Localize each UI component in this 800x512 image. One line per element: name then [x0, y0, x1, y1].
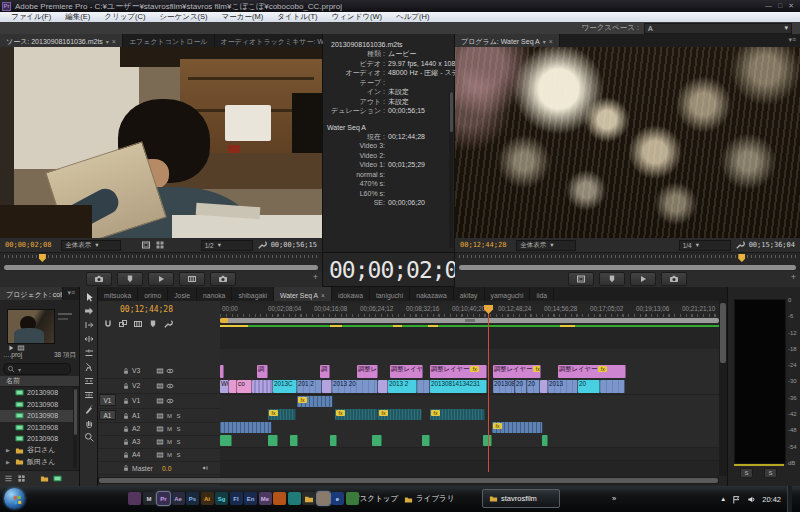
menu-item[interactable]: タイトル(T)	[270, 12, 324, 22]
menu-item[interactable]: 編集(E)	[58, 12, 97, 22]
maximize-button[interactable]: □	[778, 2, 782, 10]
timeline-clip[interactable]: 2013 20	[332, 380, 378, 393]
track-lane-a2[interactable]: fxfxfxfx	[220, 408, 719, 422]
sequence-tab[interactable]: yamaguchi	[485, 287, 531, 301]
track-lane-v2[interactable]: 調調調整レ調整レイヤー調整レイヤーfx調整レイヤーfx調整レイヤーfx	[220, 364, 719, 380]
project-item-bin[interactable]: ▶谷口さん	[0, 445, 73, 457]
timeline-clip[interactable]	[220, 365, 224, 378]
sequence-tab[interactable]: nanoka	[197, 287, 232, 301]
timeline-clip[interactable]: 20	[578, 380, 600, 393]
rate-stretch-tool[interactable]	[82, 347, 95, 358]
track-header-v1[interactable]: V1	[98, 393, 220, 409]
timeline-clip[interactable]: 調	[320, 365, 330, 378]
timeline-content[interactable]: 00;0000;02;08;0400;04;16;0800;06;24;1200…	[220, 301, 719, 486]
timeline-clip[interactable]: 調整レイヤーfx	[493, 365, 541, 378]
timeline-ruler[interactable]: 00;0000;02;08;0400;04;16;0800;06;24;1200…	[220, 304, 719, 318]
timeline-clip[interactable]	[540, 380, 548, 393]
encore-app[interactable]: En	[244, 492, 257, 505]
powerdvd-app[interactable]	[273, 492, 286, 505]
timeline-clip[interactable]	[330, 435, 337, 446]
project-preview-thumbnail[interactable]	[7, 309, 55, 344]
menu-item[interactable]: マーカー(M)	[215, 12, 271, 22]
close-button[interactable]: ✕	[788, 2, 794, 10]
taskbar-window-stavrosfilm[interactable]: stavrosfilm	[482, 489, 560, 508]
timeline-clip[interactable]	[220, 422, 272, 433]
timeline-clip[interactable]	[600, 380, 625, 393]
solo-left-button[interactable]: S	[740, 468, 753, 478]
output-settings-icon[interactable]	[155, 240, 165, 250]
solo-right-button[interactable]: S	[764, 468, 777, 478]
program-fit-dropdown[interactable]: 全体表示▾	[516, 240, 576, 251]
after-effects-app[interactable]: Ae	[172, 492, 185, 505]
work-area-bar[interactable]	[220, 317, 719, 324]
timeline-clip[interactable]: 2013C	[273, 380, 297, 393]
razor-tool[interactable]	[82, 361, 95, 372]
sequence-tab[interactable]: orimo	[138, 287, 168, 301]
sequence-tab[interactable]: taniguchi	[370, 287, 410, 301]
menu-item[interactable]: ヘルプ(H)	[389, 12, 436, 22]
timeline-clip[interactable]: fx	[378, 409, 422, 420]
timeline-clip[interactable]	[322, 380, 332, 393]
menu-item[interactable]: ウィンドウ(W)	[325, 12, 389, 22]
timeline-clip[interactable]: 2013 2	[388, 380, 417, 393]
menu-item[interactable]: ファイル(F)	[4, 12, 58, 22]
tray-expand-icon[interactable]: ▲	[720, 496, 726, 502]
timeline-clip[interactable]: fx	[297, 396, 333, 407]
desktop-toolbar[interactable]: デスクトップ	[352, 494, 398, 504]
new-bin-icon[interactable]	[40, 474, 49, 483]
button-editor-plus[interactable]: +	[313, 272, 318, 282]
timeline-clip[interactable]: 調整レイヤーfx	[430, 365, 487, 378]
program-safemargin-button[interactable]	[568, 272, 594, 286]
timeline-clip[interactable]: 2013	[548, 380, 578, 393]
timeline-clip[interactable]	[372, 435, 382, 446]
track-lane-a4[interactable]	[220, 434, 719, 448]
track-lane-a3[interactable]: fx	[220, 421, 719, 435]
source-fit-dropdown[interactable]: 全体表示▾	[61, 240, 121, 251]
track-header-v2[interactable]: V2	[98, 378, 220, 394]
timeline-clip[interactable]	[268, 435, 278, 446]
timeline-clip[interactable]	[422, 435, 430, 446]
source-patch-a1[interactable]: A1	[99, 410, 116, 420]
source-camera-button[interactable]	[86, 272, 112, 286]
sequence-tab[interactable]: shibagaki	[232, 287, 274, 301]
list-view-icon[interactable]	[4, 474, 13, 483]
project-item-bin[interactable]: ▶飯田さん	[0, 456, 73, 468]
info-scrollbar[interactable]	[449, 92, 453, 248]
timeline-clip[interactable]	[229, 380, 237, 393]
toolbar-overflow-chevron[interactable]: »	[612, 494, 616, 503]
timeline-clip[interactable]: 調	[257, 365, 268, 378]
timeline-clip[interactable]: 201 2	[297, 380, 322, 393]
source-film-button[interactable]	[179, 272, 205, 286]
program-marker-button[interactable]	[599, 272, 625, 286]
track-header-a3[interactable]: A3MS	[98, 435, 220, 449]
timeline-clip[interactable]	[252, 380, 273, 393]
library-toolbar[interactable]: ライブラリ	[404, 494, 454, 504]
project-name-column-header[interactable]: 名前	[0, 376, 79, 387]
timeline-clip[interactable]	[290, 435, 298, 446]
track-header-a1[interactable]: A1MS	[98, 409, 220, 423]
project-item-clip[interactable]: 20130908	[0, 422, 73, 434]
slide-tool[interactable]	[82, 389, 95, 400]
premiere-app[interactable]: Pr	[157, 492, 170, 505]
source-camera-button[interactable]	[210, 272, 236, 286]
menu-item[interactable]: シーケンス(S)	[152, 12, 214, 22]
timeline-clip[interactable]: 調整レ	[357, 365, 378, 378]
source-play-button[interactable]	[148, 272, 174, 286]
timeline-hscrollbar[interactable]	[98, 477, 719, 484]
new-item-icon[interactable]	[53, 474, 62, 483]
ripple-edit-tool[interactable]	[82, 319, 95, 330]
tray-clock[interactable]: 20:42	[762, 495, 781, 504]
add-marker-icon[interactable]	[148, 319, 158, 329]
timeline-clip[interactable]	[417, 380, 430, 393]
sequence-tab[interactable]: Josie	[168, 287, 197, 301]
track-header-master[interactable]: Master0.0	[98, 462, 220, 475]
source-resolution-dropdown[interactable]: 1/2▾	[201, 240, 253, 251]
track-lane-v3[interactable]	[220, 349, 719, 365]
panel-menu-icon[interactable]: ▾≡	[784, 34, 800, 47]
panel-menu-icon[interactable]: ▾≡	[63, 287, 79, 300]
media-encoder-app[interactable]: Me	[259, 492, 272, 505]
sequence-tab[interactable]: Water Seq A×	[274, 287, 332, 301]
source-video-preview[interactable]	[0, 47, 322, 238]
program-camera-button[interactable]	[661, 272, 687, 286]
wrench-icon[interactable]	[735, 240, 745, 250]
